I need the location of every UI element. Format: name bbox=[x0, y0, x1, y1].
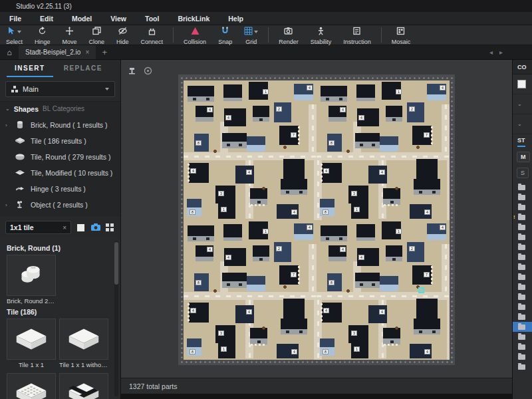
building[interactable]: 8 bbox=[327, 134, 342, 152]
building[interactable] bbox=[283, 299, 305, 319]
instruction-button[interactable]: Instruction bbox=[337, 25, 377, 45]
building[interactable] bbox=[223, 224, 242, 241]
baseplate[interactable]: 1444278443814144427844381414442784438141… bbox=[178, 74, 455, 365]
building[interactable] bbox=[188, 225, 214, 241]
building[interactable]: 4 bbox=[427, 84, 446, 100]
new-tab-button[interactable]: + bbox=[96, 45, 113, 59]
building[interactable]: 1 bbox=[218, 341, 235, 358]
building[interactable]: 4 bbox=[357, 108, 379, 126]
building[interactable]: 3 bbox=[348, 325, 368, 343]
part-card[interactable]: Brick, Round 2 x 2 ... bbox=[7, 255, 56, 306]
selected-tile-highlight[interactable] bbox=[418, 287, 424, 293]
menu-bricklink[interactable]: BrickLink bbox=[168, 15, 219, 23]
part-card[interactable]: Tile 1 x 1 with 2 Bl... bbox=[59, 373, 108, 399]
part-photo-button[interactable] bbox=[90, 223, 100, 232]
model-viewport[interactable]: 1444278443814144427844381414442784438141… bbox=[121, 60, 512, 378]
viewport-gizmo-icon[interactable] bbox=[126, 65, 137, 76]
clone-button[interactable]: Clone bbox=[83, 25, 111, 45]
mosaic-button[interactable]: Mosaic bbox=[386, 25, 417, 45]
tab-scroll-right-icon[interactable]: ▸ bbox=[499, 49, 503, 56]
building[interactable] bbox=[253, 245, 269, 261]
building[interactable]: 4 bbox=[224, 108, 246, 126]
building[interactable] bbox=[355, 273, 380, 288]
category-round-tile[interactable]: Tile, Round ( 279 results ) bbox=[0, 149, 120, 165]
building[interactable] bbox=[283, 159, 305, 179]
building[interactable]: 4 bbox=[196, 106, 213, 122]
building[interactable] bbox=[222, 133, 247, 148]
right-panel-button-s[interactable]: S bbox=[513, 165, 532, 181]
building[interactable] bbox=[383, 188, 400, 205]
building[interactable] bbox=[253, 106, 269, 122]
building[interactable]: 4 bbox=[235, 305, 254, 323]
building[interactable]: 2 bbox=[274, 102, 291, 122]
category-modified-tile[interactable]: Tile, Modified ( 10 results ) bbox=[0, 165, 120, 181]
collision-button[interactable]: Collision bbox=[178, 25, 212, 45]
building[interactable] bbox=[416, 159, 438, 179]
building[interactable]: 3 bbox=[215, 186, 235, 203]
building[interactable]: 8 bbox=[187, 199, 201, 216]
building[interactable]: 4 bbox=[294, 223, 313, 240]
building[interactable] bbox=[356, 84, 375, 101]
shapes-section-header[interactable]: ⌄ Shapes BL Categories bbox=[0, 101, 120, 116]
clear-search-icon[interactable]: × bbox=[63, 224, 66, 231]
building[interactable] bbox=[383, 328, 400, 344]
part-card[interactable]: Tile 1 x 1 without ... bbox=[59, 319, 108, 370]
building[interactable]: 1 bbox=[218, 201, 235, 219]
building[interactable]: 4 bbox=[189, 163, 209, 183]
building[interactable] bbox=[386, 106, 402, 122]
building[interactable]: 4 bbox=[277, 344, 299, 358]
menu-view[interactable]: View bbox=[101, 15, 136, 23]
building[interactable]: 4 bbox=[322, 303, 342, 323]
building[interactable]: 4 bbox=[329, 106, 346, 122]
snap-button[interactable]: Snap bbox=[212, 25, 238, 45]
step-list-item[interactable] bbox=[513, 322, 532, 332]
grid-view-button[interactable] bbox=[105, 223, 115, 232]
building[interactable] bbox=[247, 276, 265, 291]
step-list-item[interactable] bbox=[513, 332, 532, 342]
building[interactable]: 2 bbox=[407, 242, 424, 262]
stability-button[interactable]: Stability bbox=[305, 25, 338, 45]
step-list-item[interactable] bbox=[513, 272, 532, 282]
building[interactable]: 4 bbox=[329, 245, 346, 261]
building[interactable]: 7 bbox=[412, 126, 432, 145]
building[interactable]: 4 bbox=[235, 166, 254, 184]
building[interactable] bbox=[321, 225, 347, 241]
building[interactable]: 4 bbox=[368, 166, 387, 184]
menu-help[interactable]: Help bbox=[219, 15, 253, 23]
building[interactable]: 7 bbox=[279, 126, 299, 145]
building[interactable]: 4 bbox=[196, 245, 213, 261]
building[interactable] bbox=[250, 328, 267, 344]
home-icon[interactable]: ⌂ bbox=[0, 45, 19, 59]
building[interactable]: 8 bbox=[187, 338, 201, 356]
current-color-swatch[interactable] bbox=[513, 74, 532, 94]
step-list-item[interactable]: ! bbox=[513, 212, 532, 222]
step-list-item[interactable] bbox=[513, 282, 532, 292]
step-list-item[interactable] bbox=[513, 192, 532, 202]
right-collapse-section-1[interactable]: ⌄ bbox=[513, 94, 532, 114]
building[interactable]: 2 bbox=[407, 102, 424, 122]
building[interactable]: 1 bbox=[382, 82, 401, 100]
building[interactable]: 3 bbox=[215, 325, 235, 343]
building[interactable] bbox=[281, 319, 307, 334]
building[interactable] bbox=[250, 188, 267, 205]
step-list-item[interactable] bbox=[513, 202, 532, 212]
building[interactable]: 4 bbox=[410, 344, 432, 358]
category-tile[interactable]: Tile ( 186 results ) bbox=[0, 133, 120, 149]
step-list-item[interactable] bbox=[513, 312, 532, 322]
building[interactable]: 7 bbox=[279, 265, 299, 285]
step-list-item[interactable] bbox=[513, 232, 532, 242]
right-collapse-section-2[interactable]: ⌄ bbox=[513, 114, 532, 134]
building[interactable]: 4 bbox=[277, 204, 299, 219]
building[interactable] bbox=[222, 273, 247, 288]
menu-file[interactable]: File bbox=[0, 15, 31, 23]
building[interactable]: 4 bbox=[322, 163, 342, 183]
render-button[interactable]: Render bbox=[273, 25, 305, 45]
building[interactable] bbox=[355, 133, 380, 148]
right-panel-button-m[interactable]: M bbox=[513, 149, 532, 165]
building[interactable] bbox=[414, 179, 440, 195]
connect-button[interactable]: Connect bbox=[135, 25, 170, 45]
city-model[interactable]: 1444278443814144427844381414442784438141… bbox=[184, 80, 450, 360]
model-select[interactable]: Main bbox=[5, 81, 115, 97]
building[interactable]: 4 bbox=[189, 303, 209, 323]
part-card[interactable]: Tile 1 x 1 bbox=[7, 319, 56, 370]
